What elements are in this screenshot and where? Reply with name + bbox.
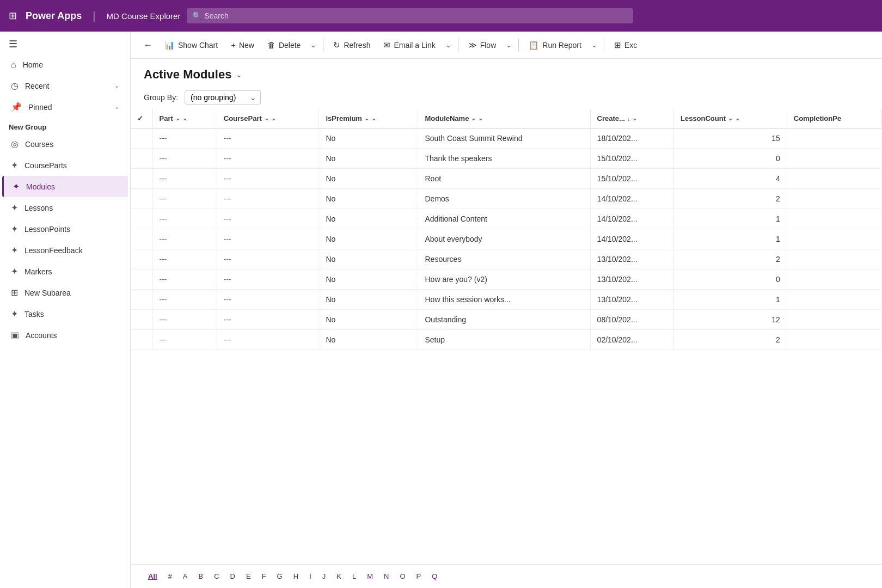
page-letter-e[interactable]: E: [242, 570, 255, 583]
page-letter-i[interactable]: I: [305, 570, 316, 583]
table-row[interactable]: --- --- No Outstanding 08/10/202... 12: [131, 310, 882, 330]
email-dropdown[interactable]: ⌄: [443, 38, 454, 52]
courseparts-icon: ✦: [11, 160, 18, 170]
sidebar-item-newsubarea[interactable]: ⊞ New Subarea: [2, 282, 128, 303]
new-button[interactable]: + New: [225, 37, 260, 53]
email-link-button[interactable]: ✉ Email a Link: [378, 37, 440, 53]
row-modulename[interactable]: Root: [418, 169, 590, 189]
table-row[interactable]: --- --- No Additional Content 14/10/202.…: [131, 209, 882, 229]
page-title-chevron-icon[interactable]: ⌄: [236, 70, 242, 79]
page-letter-d[interactable]: D: [226, 570, 240, 583]
checkbox-icon[interactable]: ✓: [137, 114, 143, 122]
waffle-icon[interactable]: ⊞: [9, 10, 17, 22]
row-modulename[interactable]: South Coast Summit Rewind: [418, 128, 590, 149]
page-letter-all[interactable]: All: [144, 570, 162, 583]
search-input[interactable]: [187, 8, 633, 23]
row-modulename[interactable]: How are you? (v2): [418, 270, 590, 290]
excel-button[interactable]: ⊞ Exc: [609, 37, 642, 53]
filter-icon[interactable]: ⌄: [182, 115, 187, 122]
chart-icon: 📊: [164, 40, 175, 50]
table-row[interactable]: --- --- No Thank the speakers 15/10/202.…: [131, 149, 882, 169]
row-part: ---: [152, 249, 217, 270]
sidebar-item-home[interactable]: ⌂ Home: [2, 54, 128, 75]
sidebar-item-label: Accounts: [26, 331, 119, 340]
page-letter-n[interactable]: N: [379, 570, 393, 583]
table-row[interactable]: --- --- No About everybody 14/10/202... …: [131, 229, 882, 249]
page-letter-f[interactable]: F: [258, 570, 271, 583]
row-modulename[interactable]: Setup: [418, 330, 590, 350]
sort-desc-icon[interactable]: ↓: [627, 115, 630, 122]
app-title: Power Apps: [26, 10, 82, 22]
filter-icon[interactable]: ⌄: [271, 115, 276, 122]
col-coursepart-label: CoursePart: [224, 114, 262, 122]
sort-icon[interactable]: ⌄: [364, 115, 369, 122]
page-letter-a[interactable]: A: [179, 570, 192, 583]
row-modulename[interactable]: Demos: [418, 189, 590, 209]
page-letter-k[interactable]: K: [332, 570, 346, 583]
hamburger-icon[interactable]: ☰: [9, 38, 17, 50]
flow-button[interactable]: ≫ Flow: [463, 37, 502, 53]
sidebar-item-tasks[interactable]: ✦ Tasks: [2, 303, 128, 324]
page-letter-l[interactable]: L: [348, 570, 360, 583]
table-row[interactable]: --- --- No South Coast Summit Rewind 18/…: [131, 128, 882, 149]
page-letter-c[interactable]: C: [210, 570, 223, 583]
row-modulename[interactable]: How this session works...: [418, 290, 590, 310]
page-letter-m[interactable]: M: [363, 570, 377, 583]
sort-icon[interactable]: ⌄: [728, 115, 733, 122]
row-lessoncount: 15: [673, 128, 787, 149]
sidebar-item-pinned[interactable]: 📌 Pinned ⌄: [2, 96, 128, 118]
page-letter-b[interactable]: B: [194, 570, 208, 583]
row-coursepart: ---: [217, 169, 319, 189]
page-letter-j[interactable]: J: [318, 570, 330, 583]
page-letter-p[interactable]: P: [412, 570, 426, 583]
sort-icon[interactable]: ⌄: [471, 115, 476, 122]
filter-icon[interactable]: ⌄: [371, 115, 376, 122]
flow-dropdown[interactable]: ⌄: [504, 38, 514, 52]
sidebar-item-accounts[interactable]: ▣ Accounts: [2, 324, 128, 346]
filter-icon[interactable]: ⌄: [735, 115, 740, 122]
sort-icon[interactable]: ⌄: [264, 115, 269, 122]
page-letter-o[interactable]: O: [395, 570, 409, 583]
row-completionpe: [787, 149, 881, 169]
row-coursepart: ---: [217, 209, 319, 229]
delete-dropdown[interactable]: ⌄: [308, 38, 318, 52]
table-row[interactable]: --- --- No How this session works... 13/…: [131, 290, 882, 310]
delete-button[interactable]: 🗑 Delete: [262, 37, 306, 53]
page-letter-q[interactable]: Q: [427, 570, 442, 583]
table-row[interactable]: --- --- No Root 15/10/202... 4: [131, 169, 882, 189]
table-row[interactable]: --- --- No Resources 13/10/202... 2: [131, 249, 882, 270]
group-by-select[interactable]: (no grouping) Part CoursePart isPremium …: [185, 90, 261, 105]
sidebar-item-lessonfeedback[interactable]: ✦ LessonFeedback: [2, 240, 128, 261]
row-check: [131, 229, 152, 249]
sidebar-item-modules[interactable]: ✦ Modules: [2, 176, 128, 197]
row-modulename[interactable]: Thank the speakers: [418, 149, 590, 169]
page-letter-g[interactable]: G: [273, 570, 287, 583]
back-button[interactable]: ←: [139, 37, 157, 53]
sidebar-item-markers[interactable]: ✦ Markers: [2, 261, 128, 282]
run-report-button[interactable]: 📋 Run Report: [523, 37, 587, 53]
row-modulename[interactable]: Resources: [418, 249, 590, 270]
page-letter-#[interactable]: #: [164, 570, 176, 583]
row-modulename[interactable]: About everybody: [418, 229, 590, 249]
report-dropdown[interactable]: ⌄: [589, 38, 599, 52]
page-letter-h[interactable]: H: [289, 570, 303, 583]
table-row[interactable]: --- --- No How are you? (v2) 13/10/202..…: [131, 270, 882, 290]
sidebar-item-recent[interactable]: ◷ Recent ⌄: [2, 75, 128, 96]
sidebar-item-lessonpoints[interactable]: ✦ LessonPoints: [2, 218, 128, 240]
sidebar-item-lessons[interactable]: ✦ Lessons: [2, 197, 128, 218]
row-coursepart: ---: [217, 330, 319, 350]
row-lessoncount: 0: [673, 270, 787, 290]
table-row[interactable]: --- --- No Setup 02/10/202... 2: [131, 330, 882, 350]
table-row[interactable]: --- --- No Demos 14/10/202... 2: [131, 189, 882, 209]
show-chart-button[interactable]: 📊 Show Chart: [159, 37, 223, 53]
row-modulename[interactable]: Outstanding: [418, 310, 590, 330]
filter-icon[interactable]: ⌄: [478, 115, 483, 122]
sort-icon[interactable]: ⌄: [175, 115, 180, 122]
sidebar-item-courses[interactable]: ◎ Courses: [2, 133, 128, 155]
row-completionpe: [787, 290, 881, 310]
sidebar-item-courseparts[interactable]: ✦ CourseParts: [2, 155, 128, 176]
filter-icon[interactable]: ⌄: [632, 115, 637, 122]
row-modulename[interactable]: Additional Content: [418, 209, 590, 229]
markers-icon: ✦: [11, 266, 18, 277]
refresh-button[interactable]: ↻ Refresh: [328, 37, 376, 53]
